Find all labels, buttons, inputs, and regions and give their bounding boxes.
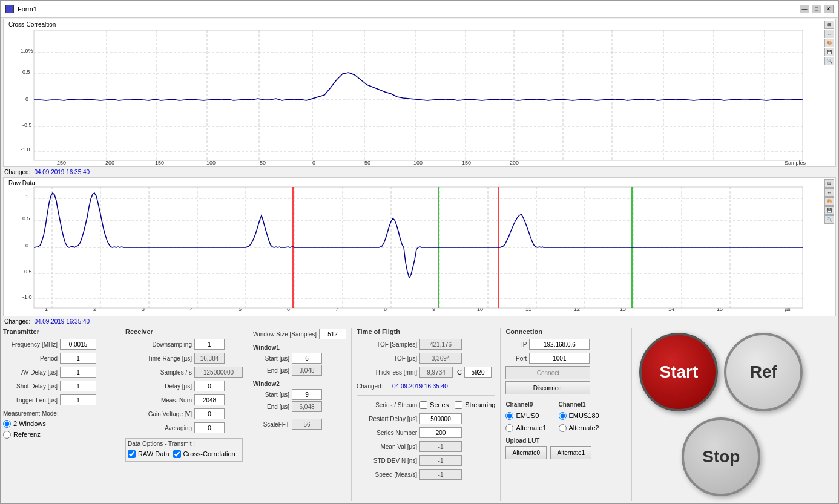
vsep5 <box>631 328 632 501</box>
gain-voltage-row: Gain Voltage [V] <box>125 408 243 420</box>
trigger-len-row: Trigger Len [µs] <box>3 394 115 406</box>
cross-corr-checkbox[interactable] <box>173 450 181 458</box>
emus0-radio[interactable] <box>505 412 513 420</box>
chart1-tool1[interactable]: ⊞ <box>824 21 834 29</box>
main-window: Form1 — □ ✕ Cross-Correaltion ⊞ ↔ 🎨 💾 🔍 … <box>0 0 839 504</box>
chart1-tool5[interactable]: 🔍 <box>824 57 834 65</box>
averaging-label: Averaging <box>125 425 192 431</box>
ref-button[interactable]: Ref <box>724 333 803 411</box>
app-icon <box>5 5 14 13</box>
emus180-radio[interactable] <box>559 412 567 420</box>
bottom-panel: Transmitter Frequency [MHz] Period AV De… <box>1 326 838 503</box>
chart1-toolbar: ⊞ ↔ 🎨 💾 🔍 <box>824 21 834 65</box>
frequency-input[interactable] <box>60 339 96 350</box>
raw-data-checkbox[interactable] <box>128 450 136 458</box>
alternate1-button[interactable]: Alternate1 <box>550 446 591 459</box>
chart1-svg: 1.0% 0.5 0 -0.5 -1.0 -250 -200 -150 -100… <box>4 19 835 166</box>
tof-changed-value: 04.09.2019 16:35:40 <box>392 383 448 390</box>
delay-row: Delay [µs] <box>125 380 243 392</box>
svg-text:0: 0 <box>25 243 28 249</box>
samples-s-label: Samples / s <box>125 369 192 376</box>
period-label: Period <box>3 355 58 362</box>
gain-voltage-label: Gain Voltage [V] <box>125 411 192 417</box>
alternate2-radio-row: Alternate2 <box>559 422 599 433</box>
chart1-tool3[interactable]: 🎨 <box>824 39 834 47</box>
alternate2-radio[interactable] <box>559 424 567 432</box>
meas-mode-group: Measurement Mode: 2 Windows Referenz <box>3 410 115 440</box>
ref-label: Ref <box>750 362 777 382</box>
streaming-check-row: Streaming <box>455 399 495 410</box>
scale-fft-input[interactable] <box>292 419 322 430</box>
series-number-row: Series Number <box>357 427 495 439</box>
restart-delay-input[interactable] <box>419 413 462 424</box>
tof-samples-input[interactable] <box>419 339 462 350</box>
delay-input[interactable] <box>194 381 225 391</box>
window1-end-label: End [µs] <box>253 367 289 374</box>
chart2-tool3[interactable]: 🎨 <box>824 197 834 206</box>
alternate1-ch0-label: Alternate1 <box>516 424 546 431</box>
thickness-label: Thickness [mm] <box>357 369 417 376</box>
shot-delay-input[interactable] <box>60 381 96 391</box>
tof-us-input[interactable] <box>419 353 462 364</box>
window2-start-input[interactable] <box>292 389 322 400</box>
chart2-tool1[interactable]: ⊞ <box>824 179 834 188</box>
chart1-title: Cross-Correaltion <box>8 21 56 28</box>
averaging-input[interactable] <box>194 422 225 433</box>
alternate1-radio-row: Alternate1 <box>505 422 546 433</box>
chart1-tool4[interactable]: 💾 <box>824 48 834 56</box>
alternate0-button[interactable]: Alternate0 <box>505 446 547 459</box>
std-dev-input[interactable] <box>419 455 462 466</box>
mean-val-label: Mean Val [µs] <box>357 443 417 450</box>
window1-start-input[interactable] <box>292 353 322 364</box>
radio-2windows-input[interactable] <box>3 420 11 428</box>
window1-end-input[interactable] <box>292 365 322 376</box>
maximize-button[interactable]: □ <box>812 5 821 13</box>
streaming-checkbox[interactable] <box>455 401 462 409</box>
window-title: Form1 <box>18 5 37 13</box>
start-button[interactable]: Start <box>639 333 718 411</box>
channel0-title: Channel0 <box>505 401 546 408</box>
period-input[interactable] <box>60 353 96 364</box>
svg-text:-0.5: -0.5 <box>22 269 32 275</box>
trigger-len-input[interactable] <box>60 394 96 405</box>
meas-num-input[interactable] <box>194 394 225 405</box>
mean-val-input[interactable] <box>419 441 462 452</box>
av-delay-input[interactable] <box>60 367 96 378</box>
chart1-tool2[interactable]: ↔ <box>824 30 834 38</box>
changed2-value: 04.09.2019 16:35:40 <box>34 318 90 325</box>
svg-text:-1.0: -1.0 <box>22 294 32 300</box>
radio-referenz-input[interactable] <box>3 431 11 439</box>
speed-input[interactable] <box>419 469 462 480</box>
minimize-button[interactable]: — <box>800 5 809 13</box>
downsampling-input[interactable] <box>194 339 225 350</box>
series-number-input[interactable] <box>419 427 462 438</box>
window2-end-input[interactable] <box>292 401 322 412</box>
chart2-tool5[interactable]: 🔍 <box>824 215 834 224</box>
chart2-tool2[interactable]: ↔ <box>824 188 834 197</box>
gain-voltage-input[interactable] <box>194 408 225 419</box>
ip-input[interactable] <box>529 339 590 350</box>
c-input[interactable] <box>464 367 492 378</box>
chart2-tool4[interactable]: 💾 <box>824 206 834 215</box>
thickness-input[interactable] <box>419 367 453 378</box>
radio-referenz-label: Referenz <box>13 431 41 438</box>
window-size-row: Window Size [Samples] <box>253 328 346 340</box>
receiver-section: Receiver Downsampling Time Range [µs] Sa… <box>125 328 243 501</box>
transmitter-section: Transmitter Frequency [MHz] Period AV De… <box>3 328 115 501</box>
series-checkbox[interactable] <box>419 401 427 409</box>
chart2-title: Raw Data <box>8 180 35 186</box>
raw-data-chart: Raw Data ⊞ ↔ 🎨 💾 🔍 1 0.5 0 -0.5 -1.0 1 2… <box>3 177 836 316</box>
alternate1-radio[interactable] <box>505 424 513 432</box>
tof-changed-label: Changed: <box>357 383 390 390</box>
connect-button[interactable]: Connect <box>505 366 590 379</box>
channel1-title: Channel1 <box>559 401 599 408</box>
close-button[interactable]: ✕ <box>824 5 834 13</box>
time-range-input[interactable] <box>194 353 225 364</box>
stop-button[interactable]: Stop <box>682 417 760 496</box>
upload-lut-row: Alternate0 Alternate1 <box>505 446 627 459</box>
port-input[interactable] <box>529 353 590 364</box>
time-range-label: Time Range [µs] <box>125 355 192 362</box>
samples-s-input[interactable] <box>194 367 243 378</box>
disconnect-button[interactable]: Disconnect <box>505 381 590 394</box>
window-size-input[interactable] <box>319 329 346 339</box>
